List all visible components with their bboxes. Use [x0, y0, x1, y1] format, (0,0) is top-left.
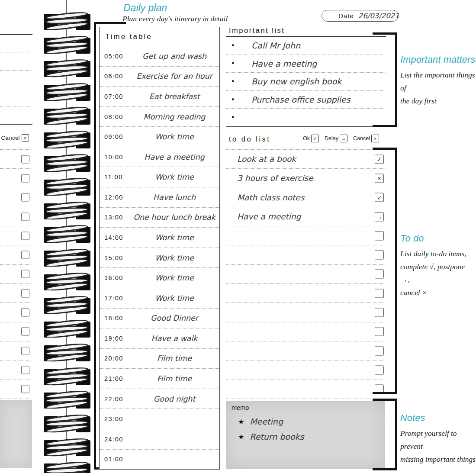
spiral-coil — [43, 154, 91, 174]
todo-checkbox[interactable] — [375, 270, 384, 279]
todo-checkbox[interactable]: ✓ — [375, 193, 384, 202]
spiral-coil — [43, 461, 91, 473]
left-page-checkbox[interactable] — [21, 347, 29, 355]
timetable-activity: Have lunch — [132, 193, 219, 202]
timetable-activity: Good night — [132, 395, 219, 403]
timetable-time: 07:00 — [100, 93, 132, 100]
timetable-row: 20:00Film time — [100, 349, 219, 369]
todo-checkbox[interactable]: × — [375, 174, 384, 183]
left-page-row — [0, 245, 32, 264]
todo-list: Look at a book✓3 hours of exercise×Math … — [226, 149, 386, 399]
spiral-coil — [43, 201, 91, 222]
left-page-checkbox-rows — [0, 149, 32, 399]
spiral-coil — [43, 296, 91, 316]
todo-checkbox[interactable] — [375, 231, 384, 240]
spiral-coil — [43, 83, 91, 103]
timetable-time: 13:00 — [100, 214, 132, 221]
todo-checkbox[interactable] — [375, 308, 384, 317]
notes-bracket — [395, 399, 397, 470]
left-page-checkbox[interactable] — [21, 193, 29, 202]
todo-row — [226, 284, 386, 303]
todo-checkbox[interactable] — [375, 289, 384, 298]
date-label: Date — [322, 12, 354, 19]
timetable-header: Time table — [100, 27, 219, 46]
memo-section: memo ★Meeting★Return books — [226, 401, 385, 469]
todo-row — [226, 226, 386, 245]
left-page-checkbox[interactable] — [21, 385, 29, 393]
star-icon: ★ — [238, 433, 244, 441]
left-page-checkbox[interactable] — [21, 155, 29, 163]
star-icon: ★ — [238, 418, 244, 426]
check-icon: ✓ — [311, 135, 319, 142]
spiral-coil — [43, 12, 91, 32]
left-page-checkbox[interactable] — [21, 309, 29, 317]
todo-row — [226, 245, 386, 264]
important-item: •Have a meeting — [226, 55, 386, 73]
left-page-row — [0, 360, 32, 380]
left-page-checkbox[interactable] — [21, 212, 29, 221]
timetable-time: 19:00 — [100, 335, 132, 342]
left-page-checkbox[interactable] — [21, 270, 29, 278]
divider — [0, 106, 32, 106]
left-page-row — [0, 341, 32, 360]
timetable-row: 21:00Film time — [100, 369, 219, 389]
left-page-checkbox[interactable] — [21, 174, 29, 182]
notes-bracket — [373, 468, 397, 470]
todo-list-header: to do list — [229, 135, 270, 143]
annotation-notes-title: Notes — [400, 413, 425, 424]
timetable-time: 10:00 — [100, 154, 132, 161]
timetable-time: 18:00 — [100, 315, 132, 322]
timetable-activity: Good Dinner — [132, 314, 219, 322]
spiral-coil — [43, 438, 91, 459]
timetable-activity: Work time — [132, 254, 219, 262]
left-page-checkbox[interactable] — [21, 232, 29, 240]
delay-label: Delay — [325, 135, 338, 142]
timetable-activity: Film time — [132, 374, 219, 383]
timetable-bracket — [94, 22, 96, 470]
timetable-row: 19:00Have a walk — [100, 328, 219, 349]
spiral-coil — [43, 367, 91, 388]
todo-item-text: Have a meeting — [226, 212, 301, 221]
timetable-time: 24:00 — [100, 436, 132, 443]
timetable-activity: Get up and wash — [132, 52, 219, 61]
timetable-row: 05:00Get up and wash — [100, 46, 219, 67]
timetable-activity: Exercise for an hour — [132, 72, 219, 80]
timetable-time: 01:00 — [100, 456, 132, 463]
left-page-row — [0, 188, 32, 207]
important-item: •Purchase office supplies — [226, 91, 386, 109]
timetable-time: 20:00 — [100, 355, 132, 362]
todo-bracket — [373, 392, 397, 394]
bullet-icon: • — [226, 77, 239, 86]
timetable-time: 09:00 — [100, 133, 132, 140]
todo-checkbox[interactable] — [375, 346, 384, 355]
legend-cancel: Cancel × — [353, 135, 379, 142]
timetable-row: 11:00Work time — [100, 167, 219, 187]
spiral-coil — [43, 272, 91, 293]
left-page-checkbox[interactable] — [21, 289, 29, 297]
memo-item: ★Meeting — [238, 417, 385, 426]
todo-checkbox[interactable]: ✓ — [375, 154, 384, 164]
timetable-activity: Eat breakfast — [132, 92, 219, 101]
left-page-row — [0, 303, 32, 322]
timetable-time: 15:00 — [100, 254, 132, 261]
timetable-activity: One hour lunch break — [132, 213, 219, 222]
todo-checkbox[interactable] — [375, 365, 384, 374]
todo-checkbox[interactable] — [375, 327, 384, 336]
timetable-activity: Film time — [132, 354, 219, 363]
timetable-time: 12:00 — [100, 194, 132, 201]
timetable-row: 24:00 — [100, 429, 219, 450]
timetable-row: 15:00Work time — [100, 248, 219, 268]
todo-checkbox[interactable]: → — [375, 212, 384, 221]
important-item-text: Purchase office supplies — [239, 95, 351, 104]
memo-item-text: Meeting — [250, 417, 283, 426]
date-value: 26/03/2021 — [354, 12, 399, 20]
memo-item-text: Return books — [250, 432, 304, 441]
left-page-checkbox[interactable] — [21, 251, 29, 259]
left-page-checkbox[interactable] — [21, 366, 29, 374]
todo-checkbox[interactable] — [375, 251, 384, 260]
todo-row — [226, 265, 386, 284]
annotation-desc-line: missing important things — [400, 453, 476, 466]
todo-row: 3 hours of exercise× — [226, 169, 386, 188]
left-page-checkbox[interactable] — [21, 328, 29, 336]
timetable-row: 18:00Good Dinner — [100, 309, 219, 329]
